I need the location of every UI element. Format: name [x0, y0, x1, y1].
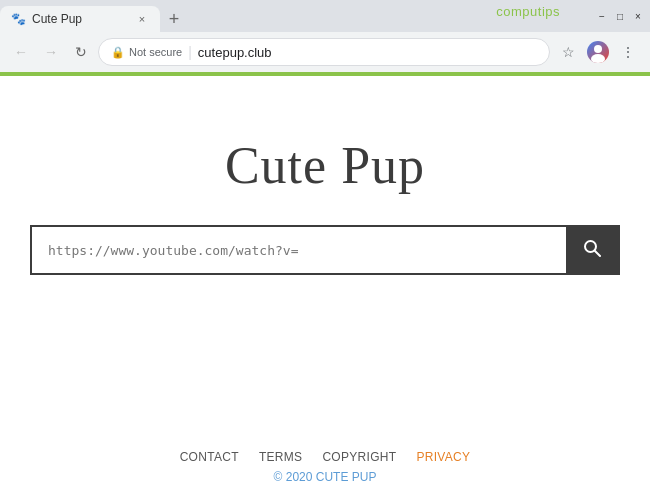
search-button[interactable] [566, 227, 618, 273]
address-divider: | [188, 44, 192, 60]
footer: CONTACT TERMS COPYRIGHT PRIVACY © 2020 C… [0, 450, 650, 484]
site-title: Cute Pup [225, 136, 425, 195]
footer-link-copyright[interactable]: COPYRIGHT [322, 450, 396, 464]
address-input-wrap[interactable]: 🔒 Not secure | cutepup.club [98, 38, 550, 66]
minimize-button[interactable]: − [594, 8, 610, 24]
active-tab[interactable]: 🐾 Cute Pup × [0, 6, 160, 32]
browser-content: Cute Pup CONTACT TERMS COPYRIGHT PRIVACY [0, 76, 650, 504]
forward-button[interactable]: → [38, 39, 64, 65]
more-menu-button[interactable]: ⋮ [614, 38, 642, 66]
footer-copyright: © 2020 CUTE PUP [274, 470, 377, 484]
svg-line-3 [595, 250, 601, 256]
reload-button[interactable]: ↻ [68, 39, 94, 65]
security-info: 🔒 Not secure [111, 46, 182, 59]
browser-window: 🐾 Cute Pup × + computips − □ × ← → ↻ 🔒 N… [0, 0, 650, 504]
lock-icon: 🔒 [111, 46, 125, 59]
tab-favicon: 🐾 [10, 11, 26, 27]
svg-point-0 [594, 45, 602, 53]
new-tab-button[interactable]: + [160, 6, 188, 32]
security-label: Not secure [129, 46, 182, 58]
profile-avatar [587, 41, 609, 63]
tab-close-button[interactable]: × [134, 11, 150, 27]
footer-links: CONTACT TERMS COPYRIGHT PRIVACY [180, 450, 471, 464]
title-bar: 🐾 Cute Pup × + computips − □ × [0, 0, 650, 32]
bookmark-star-button[interactable]: ☆ [554, 38, 582, 66]
back-button[interactable]: ← [8, 39, 34, 65]
url-display[interactable]: cutepup.club [198, 45, 537, 60]
tab-title: Cute Pup [32, 12, 128, 26]
close-window-button[interactable]: × [630, 8, 646, 24]
watermark-text: computips [496, 4, 560, 19]
svg-point-1 [591, 54, 605, 63]
footer-link-privacy[interactable]: PRIVACY [416, 450, 470, 464]
search-bar [30, 225, 620, 275]
search-icon [582, 238, 602, 263]
profile-button[interactable] [584, 38, 612, 66]
window-controls: − □ × [590, 0, 650, 32]
address-bar: ← → ↻ 🔒 Not secure | cutepup.club ☆ ⋮ [0, 32, 650, 72]
search-input[interactable] [32, 227, 566, 273]
toolbar-right: ☆ ⋮ [554, 38, 642, 66]
footer-link-contact[interactable]: CONTACT [180, 450, 239, 464]
footer-link-terms[interactable]: TERMS [259, 450, 303, 464]
maximize-button[interactable]: □ [612, 8, 628, 24]
